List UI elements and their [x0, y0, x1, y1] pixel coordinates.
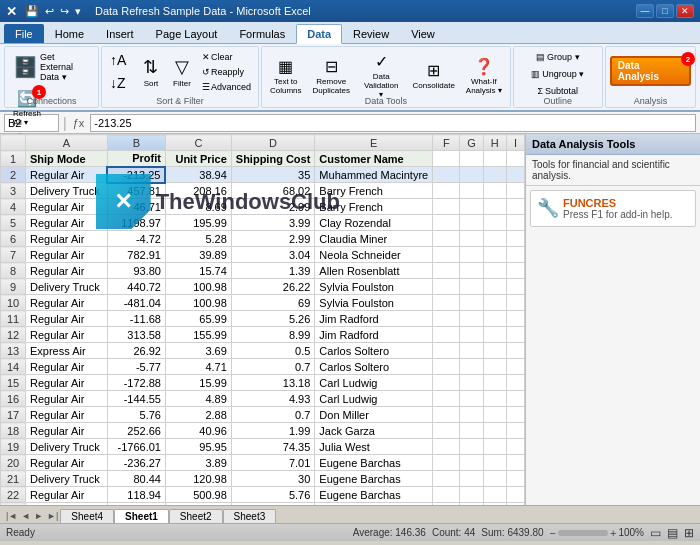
- view-layout-icon[interactable]: ▤: [667, 526, 678, 540]
- row-num-12[interactable]: 12: [1, 327, 26, 343]
- cell-E23[interactable]: Edward Hooks: [315, 503, 433, 506]
- cell-E16[interactable]: Carl Ludwig: [315, 391, 433, 407]
- cell-A6[interactable]: Regular Air: [26, 231, 108, 247]
- cell-E18[interactable]: Jack Garza: [315, 423, 433, 439]
- cell-B2[interactable]: -213.25: [107, 167, 165, 183]
- cell-A8[interactable]: Regular Air: [26, 263, 108, 279]
- row-num-19[interactable]: 19: [1, 439, 26, 455]
- cell-E6[interactable]: Claudia Miner: [315, 231, 433, 247]
- col-header-f[interactable]: F: [433, 135, 460, 151]
- sheet-tab-4[interactable]: Sheet4: [60, 509, 114, 523]
- cell-D17[interactable]: 0.7: [231, 407, 315, 423]
- maximize-btn[interactable]: □: [656, 4, 674, 18]
- cell-D5[interactable]: 3.99: [231, 215, 315, 231]
- cell-B20[interactable]: -236.27: [107, 455, 165, 471]
- cell-B6[interactable]: -4.72: [107, 231, 165, 247]
- save-quick-btn[interactable]: 💾: [23, 5, 41, 18]
- ribbon-tabs[interactable]: File Home Insert Page Layout Formulas Da…: [0, 22, 700, 44]
- cell-C17[interactable]: 2.88: [165, 407, 231, 423]
- cell-B21[interactable]: 80.44: [107, 471, 165, 487]
- row-num-23[interactable]: 23: [1, 503, 26, 506]
- tab-review[interactable]: Review: [342, 24, 400, 43]
- row-num-1[interactable]: 1: [1, 151, 26, 167]
- col-header-h[interactable]: H: [483, 135, 506, 151]
- col-header-b[interactable]: B: [107, 135, 165, 151]
- cell-B10[interactable]: -481.04: [107, 295, 165, 311]
- cell-D22[interactable]: 5.76: [231, 487, 315, 503]
- row-num-6[interactable]: 6: [1, 231, 26, 247]
- cell-D16[interactable]: 4.93: [231, 391, 315, 407]
- cell-C4[interactable]: 8.69: [165, 199, 231, 215]
- cell-C7[interactable]: 39.89: [165, 247, 231, 263]
- cell-A12[interactable]: Regular Air: [26, 327, 108, 343]
- row-num-11[interactable]: 11: [1, 311, 26, 327]
- col-header-g[interactable]: G: [460, 135, 483, 151]
- sheet-tab-1[interactable]: Sheet1: [114, 509, 169, 523]
- cell-E2[interactable]: Muhammed Macintyre: [315, 167, 433, 183]
- cell-C23[interactable]: 500.98: [165, 503, 231, 506]
- cell-C10[interactable]: 100.98: [165, 295, 231, 311]
- get-external-data-btn[interactable]: 🗄️ Get ExternalData ▾: [9, 49, 94, 85]
- cell-E7[interactable]: Neola Schneider: [315, 247, 433, 263]
- header-unit-price[interactable]: Unit Price: [165, 151, 231, 167]
- cell-D20[interactable]: 7.01: [231, 455, 315, 471]
- view-normal-icon[interactable]: ▭: [650, 526, 661, 540]
- tab-home[interactable]: Home: [44, 24, 95, 43]
- reapply-btn[interactable]: ↺Reapply: [199, 65, 254, 79]
- zoom-in-btn[interactable]: +: [610, 527, 616, 539]
- cell-C11[interactable]: 65.99: [165, 311, 231, 327]
- cell-A2[interactable]: Regular Air: [26, 167, 108, 183]
- col-header-e[interactable]: E: [315, 135, 433, 151]
- cell-A20[interactable]: Regular Air: [26, 455, 108, 471]
- row-num-16[interactable]: 16: [1, 391, 26, 407]
- row-num-20[interactable]: 20: [1, 455, 26, 471]
- row-num-13[interactable]: 13: [1, 343, 26, 359]
- cell-C19[interactable]: 95.95: [165, 439, 231, 455]
- header-customer-name[interactable]: Customer Name: [315, 151, 433, 167]
- cell-B15[interactable]: -172.88: [107, 375, 165, 391]
- cell-D8[interactable]: 1.39: [231, 263, 315, 279]
- header-profit[interactable]: Profit: [107, 151, 165, 167]
- tab-page-layout[interactable]: Page Layout: [145, 24, 229, 43]
- filter-btn[interactable]: ▽ Filter: [168, 53, 196, 91]
- cell-A17[interactable]: Regular Air: [26, 407, 108, 423]
- ungroup-btn[interactable]: ▥Ungroup ▾: [527, 66, 588, 82]
- cell-A23[interactable]: Delivery Truck: [26, 503, 108, 506]
- cell-A21[interactable]: Delivery Truck: [26, 471, 108, 487]
- col-header-a[interactable]: A: [26, 135, 108, 151]
- sheet-nav-prev[interactable]: ◄: [19, 509, 32, 523]
- zoom-out-btn[interactable]: −: [550, 527, 556, 539]
- cell-B23[interactable]: 3424.22: [107, 503, 165, 506]
- what-if-btn[interactable]: ❓ What-IfAnalysis ▾: [462, 54, 506, 98]
- row-num-8[interactable]: 8: [1, 263, 26, 279]
- cell-C22[interactable]: 500.98: [165, 487, 231, 503]
- cell-D3[interactable]: 68.02: [231, 183, 315, 199]
- cell-C15[interactable]: 15.99: [165, 375, 231, 391]
- cell-D4[interactable]: 2.99: [231, 199, 315, 215]
- cell-D15[interactable]: 13.18: [231, 375, 315, 391]
- advanced-btn[interactable]: ☰Advanced: [199, 80, 254, 94]
- tab-data[interactable]: Data: [296, 24, 342, 44]
- cell-A3[interactable]: Delivery Truck: [26, 183, 108, 199]
- cell-A18[interactable]: Regular Air: [26, 423, 108, 439]
- sheet-nav-next[interactable]: ►: [32, 509, 45, 523]
- sort-desc-btn[interactable]: ↓Z: [106, 72, 134, 94]
- cell-D9[interactable]: 26.22: [231, 279, 315, 295]
- tab-file[interactable]: File: [4, 24, 44, 43]
- cell-A19[interactable]: Delivery Truck: [26, 439, 108, 455]
- cell-A10[interactable]: Regular Air: [26, 295, 108, 311]
- cell-E19[interactable]: Julia West: [315, 439, 433, 455]
- cell-D14[interactable]: 0.7: [231, 359, 315, 375]
- close-btn[interactable]: ✕: [676, 4, 694, 18]
- cell-D11[interactable]: 5.26: [231, 311, 315, 327]
- cell-A22[interactable]: Regular Air: [26, 487, 108, 503]
- row-num-22[interactable]: 22: [1, 487, 26, 503]
- cell-C8[interactable]: 15.74: [165, 263, 231, 279]
- cell-A13[interactable]: Express Air: [26, 343, 108, 359]
- cell-E4[interactable]: Barry French: [315, 199, 433, 215]
- row-num-10[interactable]: 10: [1, 295, 26, 311]
- tab-formulas[interactable]: Formulas: [228, 24, 296, 43]
- cell-E13[interactable]: Carlos Soltero: [315, 343, 433, 359]
- zoom-slider[interactable]: [558, 530, 608, 536]
- row-num-15[interactable]: 15: [1, 375, 26, 391]
